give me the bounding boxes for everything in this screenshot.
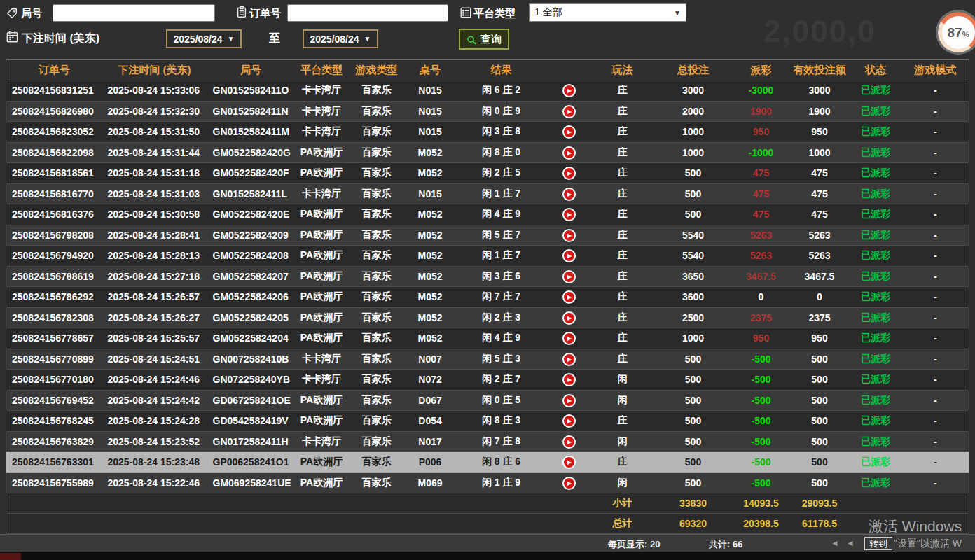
cell-table-no: M052 <box>405 246 456 267</box>
cell-result: 闲 7 庄 8 <box>456 431 547 452</box>
table-row[interactable]: 2508241567694522025-08-24 15:24:42GD0672… <box>6 390 969 411</box>
replay-play-button[interactable]: ▶ <box>562 208 576 221</box>
cell-result: 闲 5 庄 7 <box>456 225 547 246</box>
column-header-3: 局号 <box>207 60 295 80</box>
total-row: 总计 69320 20398.5 61178.5 <box>6 514 969 534</box>
query-button[interactable]: 查询 <box>459 29 509 50</box>
cell-replay: ▶ <box>547 431 591 452</box>
replay-play-button[interactable]: ▶ <box>562 435 576 449</box>
table-row[interactable]: 2508241567708992025-08-24 15:24:51GN0072… <box>6 349 969 370</box>
cell-table-no: M052 <box>405 204 456 225</box>
table-row[interactable]: 2508241567701802025-08-24 15:24:46GN0722… <box>6 370 969 391</box>
cell-bet-time: 2025-08-24 15:24:42 <box>102 390 207 411</box>
cell-platform-type: PA欧洲厅 <box>295 246 349 267</box>
table-row[interactable]: 2508241567633012025-08-24 15:23:48GP0062… <box>6 452 969 473</box>
replay-play-button[interactable]: ▶ <box>562 249 576 262</box>
cell-replay: ▶ <box>547 370 591 391</box>
column-header-4: 平台类型 <box>295 60 349 80</box>
cell-round-no: GN0172582411H <box>207 431 295 452</box>
cell-game-type: 百家乐 <box>349 142 405 163</box>
replay-play-button[interactable]: ▶ <box>562 229 576 242</box>
table-row[interactable]: 2508241568230522025-08-24 15:31:50GN0152… <box>6 122 969 143</box>
cell-result: 闲 5 庄 3 <box>456 349 547 370</box>
cell-bet-time: 2025-08-24 15:23:52 <box>102 431 207 452</box>
replay-play-button[interactable]: ▶ <box>562 373 576 386</box>
cell-payout: -500 <box>733 452 790 473</box>
replay-play-button[interactable]: ▶ <box>562 146 576 160</box>
date-to-picker[interactable]: 2025/08/24 ▼ <box>303 29 378 48</box>
cell-valid-bet: 2375 <box>790 307 850 328</box>
cell-order-no: 250824156778657 <box>6 328 102 349</box>
cell-table-no: M052 <box>405 142 456 163</box>
cell-result: 闲 0 庄 5 <box>456 390 547 411</box>
order-no-input[interactable] <box>287 4 448 22</box>
cell-round-no: GM05225824206 <box>207 287 295 308</box>
replay-play-button[interactable]: ▶ <box>562 414 576 428</box>
table-row[interactable]: 2508241567949202025-08-24 15:28:13GM0522… <box>6 246 969 267</box>
cell-payout: -3000 <box>733 80 790 102</box>
cell-game-mode: - <box>902 431 969 452</box>
cell-table-no: M069 <box>405 472 456 493</box>
cell-round-no: GM0522582420F <box>207 163 295 184</box>
table-row[interactable]: 2508241568167702025-08-24 15:31:03GN0152… <box>6 183 969 204</box>
table-row[interactable]: 2508241567862922025-08-24 15:26:57GM0522… <box>6 287 969 308</box>
cell-table-no: M052 <box>405 328 456 349</box>
goto-page-box[interactable]: 转到 <box>864 537 892 550</box>
replay-play-button[interactable]: ▶ <box>562 456 576 469</box>
cell-valid-bet: 500 <box>790 349 850 370</box>
replay-play-button[interactable]: ▶ <box>562 270 576 284</box>
total-bet: 69320 <box>654 514 733 534</box>
replay-play-button[interactable]: ▶ <box>562 394 576 407</box>
cell-platform-type: 卡卡湾厅 <box>295 122 349 143</box>
table-row[interactable]: 2508241568312512025-08-24 15:33:06GN0152… <box>6 80 969 102</box>
table-row[interactable]: 2508241567638292025-08-24 15:23:52GN0172… <box>6 431 969 452</box>
cell-replay: ▶ <box>547 163 591 184</box>
cell-bet-time: 2025-08-24 15:26:57 <box>102 287 207 308</box>
replay-play-button[interactable]: ▶ <box>562 105 576 118</box>
round-no-input[interactable] <box>53 4 215 22</box>
platform-type-select[interactable]: 1.全部 ▼ <box>529 4 686 22</box>
cell-game-type: 百家乐 <box>349 163 405 184</box>
table-row[interactable]: 2508241568269802025-08-24 15:32:30GN0152… <box>6 101 969 122</box>
table-row[interactable]: 2508241568220982025-08-24 15:31:44GM0522… <box>6 142 969 163</box>
cell-replay: ▶ <box>547 328 591 349</box>
cell-replay: ▶ <box>547 349 591 370</box>
date-from-picker[interactable]: 2025/08/24 ▼ <box>166 29 242 48</box>
cell-game-type: 百家乐 <box>349 287 405 308</box>
replay-play-button[interactable]: ▶ <box>562 332 576 345</box>
replay-play-button[interactable]: ▶ <box>562 477 576 490</box>
cell-payout: 3467.5 <box>733 266 790 287</box>
cell-game-type: 百家乐 <box>349 266 405 287</box>
column-header-9: 玩法 <box>591 60 654 80</box>
table-row[interactable]: 2508241567823082025-08-24 15:26:27GM0522… <box>6 307 969 328</box>
replay-play-button[interactable]: ▶ <box>562 290 576 304</box>
replay-play-button[interactable]: ▶ <box>562 125 576 139</box>
replay-play-button[interactable]: ▶ <box>562 312 576 325</box>
cell-round-no: GP006258241O1 <box>207 452 295 473</box>
replay-play-button[interactable]: ▶ <box>562 84 576 97</box>
cell-total-bet: 500 <box>654 183 733 204</box>
network-status-ball[interactable]: 87% <box>938 12 975 52</box>
cell-platform-type: PA欧洲厅 <box>295 225 349 246</box>
replay-play-button[interactable]: ▶ <box>562 188 576 201</box>
cell-game-type: 百家乐 <box>349 349 405 370</box>
cell-bet-time: 2025-08-24 15:26:27 <box>102 307 207 328</box>
table-row[interactable]: 2508241567886192025-08-24 15:27:18GM0522… <box>6 266 969 287</box>
cell-order-no: 250824156763829 <box>6 431 102 452</box>
table-row[interactable]: 2508241567559892025-08-24 15:22:46GM0692… <box>6 472 969 493</box>
cell-platform-type: PA欧洲厅 <box>295 452 349 473</box>
table-row[interactable]: 2508241568163762025-08-24 15:30:58GM0522… <box>6 204 969 225</box>
table-row[interactable]: 2508241567786572025-08-24 15:25:57GM0522… <box>6 328 969 349</box>
prev-page-button[interactable]: ◄ <box>846 538 855 548</box>
cell-replay: ▶ <box>547 80 591 102</box>
first-page-button[interactable]: ◄ <box>831 538 839 548</box>
replay-play-button[interactable]: ▶ <box>562 167 576 180</box>
table-row[interactable]: 2508241567682452025-08-24 15:24:28GD0542… <box>6 411 969 432</box>
cell-order-no: 250824156794920 <box>6 246 102 267</box>
cell-platform-type: PA欧洲厅 <box>295 390 349 411</box>
replay-play-button[interactable]: ▶ <box>562 353 576 366</box>
table-row[interactable]: 2508241567982082025-08-24 15:28:41GM0522… <box>6 225 969 246</box>
total-count-text: 共计: 66 <box>709 538 742 551</box>
table-row[interactable]: 2508241568185612025-08-24 15:31:18GM0522… <box>6 163 969 184</box>
cell-valid-bet: 475 <box>790 183 850 204</box>
